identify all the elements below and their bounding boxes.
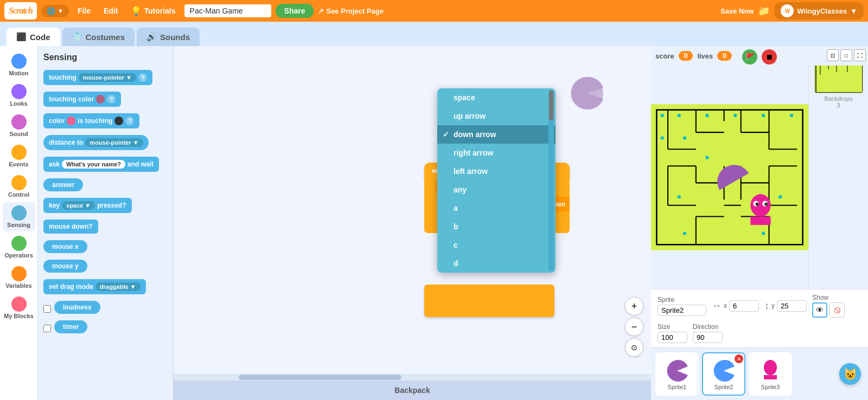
save-now-button[interactable]: Save Now [720, 7, 754, 15]
scroll-thumb-horizontal[interactable] [239, 375, 401, 380]
scratch-logo[interactable]: Scratch [4, 2, 37, 20]
category-sound[interactable]: Sound [3, 111, 35, 140]
arrow-icon: ↔ [712, 300, 722, 312]
svg-point-12 [661, 114, 664, 117]
svg-point-16 [762, 114, 765, 117]
svg-point-40 [756, 203, 759, 206]
dropdown-scrolltrack [548, 90, 554, 271]
tab-sounds[interactable]: 🔊 Sounds [137, 28, 200, 46]
svg-point-53 [764, 360, 777, 375]
category-myblocks[interactable]: My Blocks [3, 293, 35, 322]
tutorials-button[interactable]: 💡 Tutorials [126, 4, 180, 18]
dropdown-item-any[interactable]: any [437, 180, 556, 199]
block-mouse-y[interactable]: mouse y [43, 260, 168, 276]
sprite2-image [711, 358, 737, 384]
sprite-y-input[interactable] [777, 300, 807, 312]
zoom-center-button[interactable]: ⊙ [625, 338, 643, 357]
zoom-out-button[interactable]: − [625, 318, 643, 336]
zoom-in-button[interactable]: + [625, 297, 643, 315]
dropdown-scrollthumb[interactable] [549, 91, 553, 120]
category-motion[interactable]: Motion [3, 50, 35, 80]
tab-costumes[interactable]: 👕 Costumes [62, 28, 135, 46]
file-menu[interactable]: File [73, 4, 95, 17]
category-events[interactable]: Events [3, 141, 35, 171]
green-flag-button[interactable]: 🚩 [742, 49, 757, 64]
stop-button[interactable]: ⏹ [762, 49, 777, 64]
block-distance-to[interactable]: distance to mouse-pointer ▼ [43, 135, 168, 153]
folder-icon[interactable]: 📁 [758, 5, 770, 17]
timer-checkbox[interactable] [43, 325, 51, 332]
stage-panel: Stage Backdrops 3 [808, 46, 868, 289]
svg-point-15 [733, 114, 737, 117]
vertical-arrow-icon: ↕ [764, 300, 769, 312]
sprite-show-group: Show 👁 🚫 [812, 294, 845, 318]
dropdown-item-b[interactable]: b [437, 217, 556, 236]
dropdown-item-right-arrow[interactable]: right arrow [437, 144, 556, 162]
stage-mini-thumbnail[interactable] [814, 61, 863, 93]
show-visible-button[interactable]: 👁 [812, 302, 827, 318]
block-mouse-x[interactable]: mouse x [43, 240, 168, 256]
stage-fullscreen-button[interactable]: ⛶ [854, 49, 866, 61]
block-ask[interactable]: ask What's your name? and wait [43, 157, 168, 175]
sprite-item-sprite3[interactable]: Sprite3 [749, 352, 792, 396]
category-control[interactable]: Control [3, 172, 35, 201]
key-dropdown-menu: space up arrow down arrow right arrow le… [437, 88, 556, 273]
svg-point-44 [778, 195, 782, 198]
stage-normal-button[interactable]: □ [840, 49, 852, 61]
right-panel: score 0 lives 0 🚩 ⏹ ⊡ □ ⛶ [651, 46, 868, 400]
language-button[interactable]: 🌐 ▼ [41, 5, 69, 17]
dropdown-item-left-arrow[interactable]: left arrow [437, 162, 556, 180]
svg-point-42 [678, 195, 681, 198]
tab-code[interactable]: ⬛ Code [7, 28, 60, 46]
block-touching[interactable]: touching mouse-pointer ▼ ? [43, 70, 168, 88]
dropdown-item-a[interactable]: a [437, 199, 556, 217]
sprite2-delete-button[interactable]: ✕ [735, 354, 743, 363]
block-mouse-down[interactable]: mouse down? [43, 220, 168, 237]
dropdown-item-c[interactable]: c [437, 236, 556, 254]
sprite-info-row: Sprite ↔ x ↕ y Show 👁 🚫 [658, 294, 861, 343]
block-color-touching[interactable]: color is touching ? [43, 113, 168, 132]
dropdown-item-down-arrow[interactable]: down arrow [437, 125, 556, 144]
svg-point-46 [762, 231, 765, 235]
category-operators[interactable]: Operators [3, 233, 35, 262]
add-sprite-button[interactable]: 😺 [839, 363, 861, 385]
top-navigation: Scratch 🌐 ▼ File Edit 💡 Tutorials Share … [0, 0, 868, 22]
lives-label: lives [697, 52, 713, 60]
dropdown-item-d[interactable]: d [437, 254, 556, 273]
share-button[interactable]: Share [276, 4, 314, 18]
block-answer[interactable]: answer [43, 178, 168, 195]
category-looks[interactable]: Looks [3, 81, 35, 110]
loudness-checkbox[interactable] [43, 305, 51, 313]
backpack-bar[interactable]: Backpack [174, 380, 651, 400]
block-key-pressed[interactable]: key space ▼ pressed? [43, 198, 168, 216]
panel-title: Sensing [43, 50, 168, 64]
svg-point-14 [705, 114, 709, 117]
block-loudness[interactable]: loudness [43, 301, 168, 317]
svg-point-18 [661, 136, 664, 139]
category-variables[interactable]: Variables [3, 263, 35, 292]
sprite-direction-input[interactable] [693, 332, 723, 343]
sprite-size-input[interactable] [658, 332, 687, 343]
dropdown-item-space[interactable]: space [437, 88, 556, 107]
show-hidden-button[interactable]: 🚫 [829, 302, 845, 318]
stage-resize-controls: ⊡ □ ⛶ [827, 49, 866, 61]
category-sensing[interactable]: Sensing [3, 202, 35, 231]
block-timer[interactable]: timer [43, 320, 168, 337]
block-touching-color[interactable]: touching color ? [43, 92, 168, 110]
sprite-item-sprite2[interactable]: ✕ Sprite2 [702, 352, 745, 396]
lives-badge: 0 [717, 51, 732, 61]
edit-menu[interactable]: Edit [99, 4, 122, 17]
sprite-name-input[interactable] [658, 305, 706, 316]
user-menu[interactable]: W WiingyClasses ▼ [774, 2, 864, 20]
stage-run-controls: 🚩 ⏹ [742, 49, 777, 64]
svg-point-13 [678, 114, 681, 117]
block-set-drag-mode[interactable]: set drag mode draggable ▼ [43, 279, 168, 298]
dropdown-item-up-arrow[interactable]: up arrow [437, 107, 556, 125]
sprite-x-input[interactable] [729, 300, 759, 312]
see-project-button[interactable]: ↗ See Project Page [318, 7, 384, 15]
stage-small-button[interactable]: ⊡ [827, 49, 839, 61]
sprite-item-sprite1[interactable]: Sprite1 [655, 352, 699, 396]
horizontal-scrollbar[interactable] [174, 374, 651, 380]
add-sprite-area: 😺 [837, 352, 864, 396]
project-name-input[interactable] [184, 4, 271, 17]
